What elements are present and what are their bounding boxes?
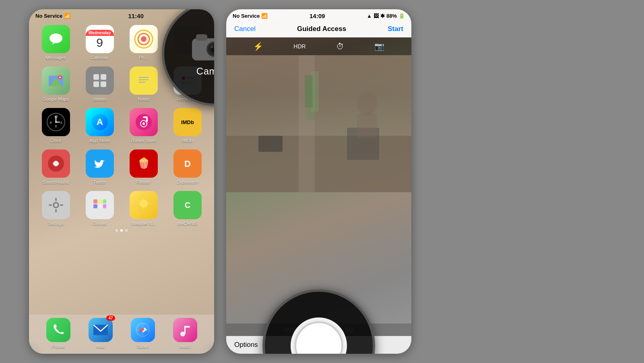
svg-text:A: A [97, 117, 103, 127]
status-left-info: No Service 📶 [35, 13, 70, 19]
app-utilities-wrapper[interactable]: Utilities [81, 66, 118, 102]
svg-text:IMDb: IMDb [181, 119, 194, 125]
svg-point-29 [55, 121, 57, 123]
ga-start-button[interactable]: Start [388, 25, 403, 33]
svg-rect-55 [103, 199, 106, 203]
svg-text:C: C [184, 201, 190, 210]
app-maps-icon[interactable] [42, 66, 70, 95]
battery-bar: 🔋 [398, 13, 405, 19]
viewfinder-bg [226, 55, 411, 192]
app-itunes-icon[interactable] [130, 108, 158, 136]
screenshot-container: No Service 📶 11:40 🔋 Messages Wednesday … [29, 9, 615, 354]
svg-rect-90 [357, 114, 377, 138]
app-dubsmash-label: Dubsmash [177, 180, 198, 185]
app-thechive-icon[interactable]: C [173, 191, 202, 219]
status-bar-right: No Service 📶 14:09 ▲ 🖼 ✱ 88% 🔋 [226, 9, 411, 21]
app-dubsmash-wrapper[interactable]: D Dubsmash [169, 149, 206, 185]
svg-rect-49 [55, 209, 57, 212]
shutter-button[interactable] [291, 317, 347, 354]
app-itunes-wrapper[interactable]: iTunes Store [125, 108, 162, 143]
page-dot-3 [125, 229, 128, 232]
app-games-wrapper[interactable]: Games [81, 191, 118, 226]
svg-rect-11 [93, 81, 99, 87]
dock-music-icon[interactable] [173, 318, 197, 342]
ga-cancel-button[interactable]: Cancel [234, 25, 256, 33]
app-flixster-wrapper[interactable]: 🍿 Flixster [125, 149, 162, 185]
cal-header: Wednesday [86, 30, 114, 36]
app-photos-wrapper[interactable]: Ph... [125, 25, 162, 60]
app-weather-wrapper[interactable]: Weather N... [125, 191, 162, 226]
dock-safari-wrapper[interactable]: Safari [131, 318, 155, 349]
app-soundhound-wrapper[interactable]: SoundHound [37, 149, 74, 185]
camera-overlay-label: Camera [196, 66, 214, 77]
timer-icon[interactable]: ⏱ [336, 42, 344, 51]
app-games-icon[interactable] [86, 191, 114, 219]
app-flixster-label: Flixster [136, 180, 151, 185]
app-settings-icon[interactable] [42, 191, 70, 219]
app-twitter-icon[interactable] [86, 149, 114, 178]
app-maps-label: Google Maps [43, 97, 69, 102]
dock-safari-icon[interactable] [131, 318, 155, 342]
app-notes-icon[interactable] [130, 66, 158, 95]
app-clock-icon[interactable]: 12 6 9 3 [42, 108, 70, 136]
svg-rect-12 [101, 81, 106, 87]
app-calendar-wrapper[interactable]: Wednesday 9 Calendar [81, 25, 118, 60]
app-utilities-icon[interactable] [86, 66, 114, 95]
app-appstore-wrapper[interactable]: A App Store [81, 108, 118, 143]
app-clock-wrapper[interactable]: 12 6 9 3 Clock [37, 108, 74, 143]
app-appstore-label: App Store [90, 138, 109, 143]
page-dot-1 [116, 229, 118, 232]
app-soundhound-icon[interactable] [42, 149, 70, 178]
hdr-label[interactable]: HDR [293, 43, 305, 50]
svg-point-0 [50, 33, 62, 43]
app-settings-label: Settings [48, 221, 64, 226]
dock-music-wrapper[interactable]: Music [173, 318, 197, 349]
svg-rect-85 [226, 136, 411, 192]
app-twitter-wrapper[interactable]: Twitter [81, 149, 118, 185]
app-photos-icon[interactable] [130, 25, 158, 53]
app-calendar-label: Calendar [91, 55, 109, 60]
app-notes-wrapper[interactable]: Notes [125, 66, 162, 102]
svg-text:D: D [184, 159, 191, 169]
location-icon: ▲ [367, 13, 372, 19]
dock-phone-wrapper[interactable]: Phone [46, 318, 70, 349]
time-left: 11:40 [128, 12, 143, 19]
mail-badge: 47 [106, 315, 115, 321]
app-imdb-icon[interactable]: IMDb [173, 108, 202, 136]
phone-left: No Service 📶 11:40 🔋 Messages Wednesday … [29, 9, 214, 354]
app-clock-label: Clock [50, 138, 62, 143]
app-settings-wrapper[interactable]: Settings [37, 191, 74, 226]
dock-mail-icon[interactable]: 47 [89, 318, 113, 342]
options-label[interactable]: Options [234, 341, 258, 349]
app-messages-icon[interactable] [42, 25, 70, 53]
flash-icon[interactable]: ⚡ [253, 41, 263, 51]
no-service-label-left: No Service [35, 13, 62, 19]
app-weather-icon[interactable] [130, 191, 158, 219]
app-photos-label: Ph... [139, 55, 148, 60]
camera-switch-icon[interactable]: 📷 [374, 41, 384, 51]
app-soundhound-label: SoundHound [43, 180, 68, 185]
viewfinder-scene [226, 55, 411, 192]
dock-mail-wrapper[interactable]: 47 Mail [89, 318, 113, 349]
app-calendar-icon[interactable]: Wednesday 9 [86, 25, 114, 53]
svg-point-34 [142, 122, 145, 125]
wifi-icon-left: 📶 [64, 13, 70, 19]
svg-rect-54 [98, 199, 102, 203]
app-imdb-wrapper[interactable]: IMDb IMDb [169, 108, 206, 143]
app-dubsmash-icon[interactable]: D [173, 149, 202, 178]
app-flixster-icon[interactable]: 🍿 [130, 149, 158, 178]
app-maps-wrapper[interactable]: Google Maps [37, 66, 74, 102]
svg-text:9: 9 [50, 121, 52, 124]
app-weather-label: Weather N... [131, 221, 156, 226]
viewfinder [226, 55, 411, 192]
camera-toolbar: ⚡ HDR ⏱ 📷 [226, 37, 411, 55]
camera-icon-large [190, 30, 214, 62]
app-messages-wrapper[interactable]: Messages [37, 25, 74, 60]
app-appstore-icon[interactable]: A [86, 108, 114, 136]
dock-phone-icon[interactable] [46, 318, 70, 342]
app-thechive-label: theCHIVE [178, 221, 197, 226]
page-dots [29, 226, 214, 234]
app-thechive-wrapper[interactable]: C theCHIVE [169, 191, 206, 226]
svg-point-8 [59, 77, 61, 78]
svg-rect-93 [305, 75, 313, 108]
